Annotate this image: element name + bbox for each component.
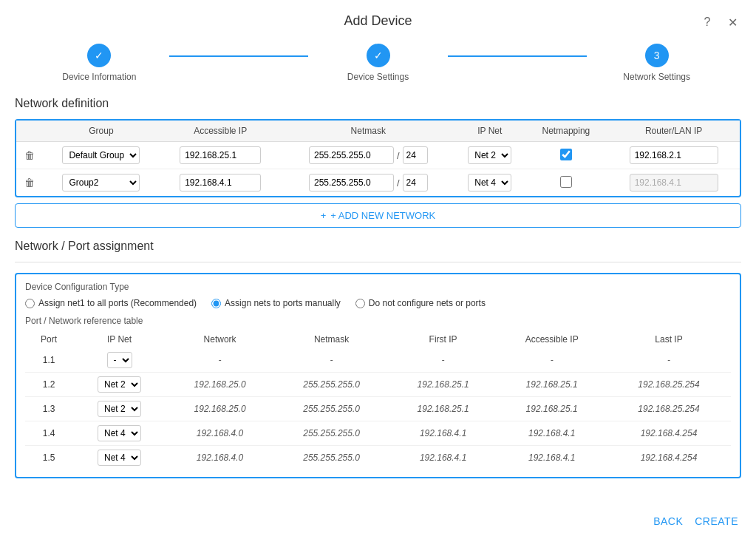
- netmask-cell-port-4: 255.255.255.0: [273, 446, 389, 470]
- port-assignment-box: Device Configuration Type Assign net1 to…: [15, 273, 741, 478]
- last-ip-cell-1: 192.168.25.254: [607, 373, 731, 397]
- group-select-0[interactable]: Default Group Group2: [62, 146, 140, 164]
- device-config-type-label: Device Configuration Type: [25, 282, 731, 292]
- netmapping-checkbox-1[interactable]: [560, 176, 572, 188]
- dialog-header: Add Device ? ✕: [0, 0, 756, 36]
- network-cell-4: 192.168.4.0: [166, 446, 273, 470]
- step-2-label: Device Settings: [347, 72, 409, 82]
- cidr-input-0[interactable]: [403, 146, 428, 164]
- netmask-cell-port-1: 255.255.255.0: [273, 373, 389, 397]
- router-ip-input-1[interactable]: [630, 174, 718, 191]
- content-area: Network definition Group Accessible IP N…: [0, 97, 756, 504]
- port-row-3: 1.4Net 2Net 4192.168.4.0255.255.255.0192…: [25, 421, 731, 446]
- port-ref-label: Port / Network reference table: [25, 316, 731, 326]
- step-1: ✓ Device Information: [30, 44, 169, 82]
- delete-cell-1: 🗑: [16, 169, 43, 197]
- radio-option-2[interactable]: Assign nets to ports manually: [211, 298, 341, 308]
- port-net-select-2[interactable]: Net 2Net 4: [98, 401, 141, 417]
- group-cell-1: Default Group Group2: [43, 169, 160, 197]
- slash-0: /: [397, 150, 400, 161]
- radio-label-3: Do not configure nets or ports: [369, 298, 486, 308]
- first-ip-cell-2: 192.168.25.1: [389, 397, 497, 421]
- step-1-circle: ✓: [87, 44, 111, 67]
- col-netmapping: Netmapping: [525, 121, 608, 142]
- network-row-1: 🗑 Default Group Group2: [16, 169, 740, 197]
- ip-net-cell-4: Net 2Net 4: [72, 446, 166, 470]
- radio-input-2[interactable]: [211, 299, 221, 308]
- accessible-ip-cell-port-4: 192.168.4.1: [497, 446, 607, 470]
- section-divider: [15, 262, 741, 262]
- port-row-4: 1.5Net 2Net 4192.168.4.0255.255.255.0192…: [25, 446, 731, 470]
- accessible-ip-cell-port-2: 192.168.25.1: [497, 397, 607, 421]
- netmapping-checkbox-0[interactable]: [560, 149, 572, 160]
- accessible-ip-cell-0: [160, 142, 282, 169]
- port-table: Port IP Net Network Netmask First IP Acc…: [25, 330, 731, 469]
- step-1-label: Device Information: [62, 72, 136, 82]
- netmask-group-0: /: [285, 146, 452, 164]
- netmask-group-1: /: [285, 174, 452, 191]
- slash-1: /: [397, 177, 400, 189]
- cidr-input-1[interactable]: [403, 174, 428, 191]
- add-device-dialog: Add Device ? ✕ ✓ Device Information ✓ De…: [0, 0, 756, 539]
- netmapping-cell-1: [525, 169, 608, 197]
- back-button[interactable]: BACK: [653, 515, 683, 527]
- port-net-select-3[interactable]: Net 2Net 4: [98, 425, 141, 441]
- close-button[interactable]: ✕: [723, 13, 741, 31]
- radio-group: Assign net1 to all ports (Recommended) A…: [25, 298, 731, 308]
- port-net-select-0[interactable]: -: [107, 352, 132, 368]
- ip-net-cell-0: -: [72, 348, 166, 373]
- network-cell-0: -: [166, 348, 273, 373]
- step-2-circle: ✓: [367, 44, 390, 67]
- port-row-2: 1.3Net 2Net 4192.168.25.0255.255.255.019…: [25, 397, 731, 421]
- help-button[interactable]: ?: [698, 13, 716, 31]
- radio-option-3[interactable]: Do not configure nets or ports: [355, 298, 486, 308]
- radio-input-1[interactable]: [25, 299, 35, 308]
- first-ip-cell-4: 192.168.4.1: [389, 446, 497, 470]
- accessible-ip-cell-port-3: 192.168.4.1: [497, 421, 607, 446]
- delete-row-0-button[interactable]: 🗑: [24, 149, 35, 161]
- step-3-circle: 3: [645, 44, 669, 67]
- col-last-ip: Last IP: [607, 330, 731, 348]
- col-netmask: Netmask: [282, 121, 455, 142]
- netmask-cell-port-2: 255.255.255.0: [273, 397, 389, 421]
- port-assignment-section: Network / Port assignment Device Configu…: [15, 240, 741, 478]
- netmask-input-1[interactable]: [309, 174, 394, 191]
- col-port: Port: [25, 330, 72, 348]
- radio-label-1: Assign net1 to all ports (Recommended): [38, 298, 197, 308]
- accessible-ip-cell-1: [160, 169, 282, 197]
- last-ip-cell-2: 192.168.25.254: [607, 397, 731, 421]
- col-group: Group: [43, 121, 160, 142]
- connector-2-3: [448, 55, 588, 57]
- group-select-1[interactable]: Default Group Group2: [62, 174, 140, 191]
- accessible-ip-input-0[interactable]: [180, 146, 261, 164]
- netmask-input-0[interactable]: [309, 146, 394, 164]
- port-cell-2: 1.3: [25, 397, 72, 421]
- port-cell-4: 1.5: [25, 446, 72, 470]
- radio-option-1[interactable]: Assign net1 to all ports (Recommended): [25, 298, 197, 308]
- group-cell-0: Default Group Group2: [43, 142, 160, 169]
- port-cell-1: 1.2: [25, 373, 72, 397]
- network-definition-table: Group Accessible IP Netmask IP Net Netma…: [15, 119, 741, 197]
- port-cell-0: 1.1: [25, 348, 72, 373]
- add-network-button[interactable]: + + ADD NEW NETWORK: [15, 203, 741, 228]
- router-ip-input-0[interactable]: [630, 146, 718, 164]
- port-row-0: 1.1------: [25, 348, 731, 373]
- port-net-select-1[interactable]: Net 2Net 4: [98, 376, 141, 393]
- accessible-ip-cell-port-1: 192.168.25.1: [497, 373, 607, 397]
- network-cell-3: 192.168.4.0: [166, 421, 273, 446]
- radio-label-2: Assign nets to ports manually: [225, 298, 341, 308]
- step-3-label: Network Settings: [623, 72, 690, 82]
- radio-input-3[interactable]: [355, 299, 365, 308]
- create-button[interactable]: CREATE: [695, 515, 738, 527]
- port-net-select-4[interactable]: Net 2Net 4: [98, 450, 141, 466]
- port-cell-3: 1.4: [25, 421, 72, 446]
- ip-net-select-0[interactable]: Net 2 Net 4: [468, 146, 511, 164]
- last-ip-cell-4: 192.168.4.254: [607, 446, 731, 470]
- delete-row-1-button[interactable]: 🗑: [24, 177, 35, 189]
- col-accessible-ip: Accessible IP: [160, 121, 282, 142]
- network-table-header: Group Accessible IP Netmask IP Net Netma…: [16, 121, 740, 142]
- step-2: ✓ Device Settings: [308, 44, 448, 82]
- ip-net-cell-2: Net 2Net 4: [72, 397, 166, 421]
- ip-net-select-1[interactable]: Net 2 Net 4: [468, 174, 511, 191]
- accessible-ip-input-1[interactable]: [180, 174, 261, 191]
